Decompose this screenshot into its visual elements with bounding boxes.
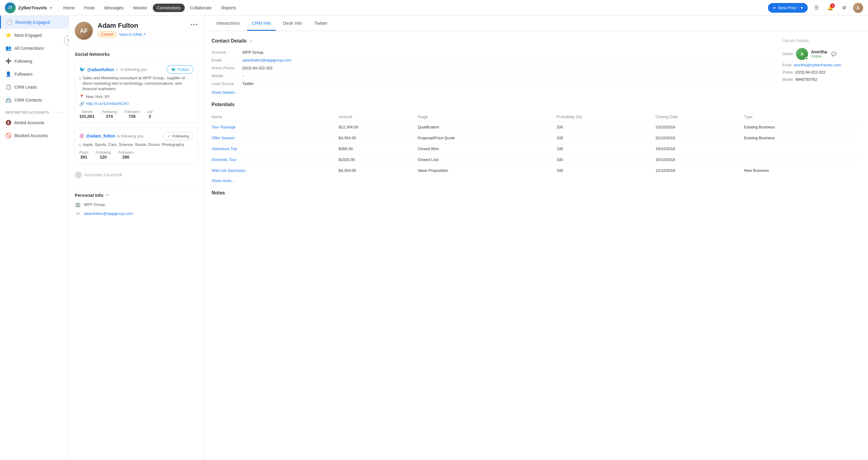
restricted-accounts-section-label: RESTRICTED ACCOUNTS	[0, 106, 68, 116]
menu-icon-button[interactable]: ☰	[811, 3, 822, 13]
potential-cell: Proposal/Price Quote	[418, 133, 557, 144]
view-in-crm-link[interactable]: View in CRM ↗	[119, 32, 146, 37]
new-post-button[interactable]: ✏ New Post ▾	[768, 3, 808, 13]
stat-label: Followers	[118, 150, 133, 155]
tab-twitter[interactable]: Twitter	[309, 16, 332, 31]
nav-link-connections[interactable]: Connections	[153, 4, 185, 12]
potential-cell: 100	[557, 165, 655, 176]
potential-name[interactable]: Tour Package	[212, 122, 339, 133]
profile-info: Adam Fulton Contact View in CRM ↗	[98, 22, 186, 37]
stat-value: 726	[124, 114, 140, 119]
new-post-caret-icon[interactable]: ▾	[798, 5, 803, 10]
sidebar-item-followers[interactable]: 👤 Followers	[0, 67, 68, 81]
instagram-handle[interactable]: @adam_fulton	[86, 133, 115, 139]
owner-mobile-row: Mobile 9940793762	[782, 77, 861, 82]
crm-contacts-icon: 📇	[5, 97, 11, 103]
owner-email-label: Email	[782, 63, 792, 67]
owner-mobile-value: 9940793762	[795, 77, 817, 82]
twitter-follow-button[interactable]: 🐦 Follow	[167, 65, 193, 73]
tab-interactions[interactable]: Interactions	[212, 16, 245, 31]
nav-link-messages[interactable]: Messages	[100, 4, 128, 12]
col-header-stage: Stage	[418, 112, 557, 122]
profile-tags: Contact View in CRM ↗	[98, 31, 186, 37]
contact-field-home-phone: Home Phone(023) 84-322-322	[212, 64, 775, 72]
sidebar-item-blocked-accounts[interactable]: 🚫 Blocked Accounts	[0, 129, 68, 142]
social-networks-title: Social Networks	[75, 52, 198, 57]
stat-label: Posts	[79, 150, 88, 155]
potentials-table-body: Tour Package$12,354.00Qualification10023…	[212, 122, 861, 176]
show-details-link[interactable]: Show Details...	[212, 90, 238, 95]
contact-tag: Contact	[98, 31, 117, 37]
potential-cell: 100	[557, 122, 655, 133]
contact-field-account: AccountWPP Group.	[212, 49, 775, 56]
muted-accounts-icon: 🔇	[5, 120, 11, 125]
sidebar-item-crm-contacts[interactable]: 📇 CRM Contacts	[0, 93, 68, 106]
owner-email-value[interactable]: amritha@zylkertravels.com	[794, 63, 841, 67]
potential-name[interactable]: Adventure Trip	[212, 144, 339, 154]
associate-facebook-button[interactable]: f Associate Facebook	[75, 168, 198, 181]
field-value: (023) 84-322-322	[242, 66, 273, 70]
potential-cell	[744, 154, 861, 165]
edit-personal-info-icon[interactable]: ✏	[106, 193, 110, 197]
field-value: WPP Group.	[242, 50, 264, 55]
notifications-button[interactable]: 🔔 2	[825, 3, 835, 13]
potential-name[interactable]: Offer Season	[212, 133, 339, 144]
crm-leads-label: CRM Leads	[14, 85, 37, 90]
sidebar-item-most-engaged[interactable]: ⭐ Most Engaged	[0, 29, 68, 41]
sidebar-item-recently-engaged[interactable]: 🕐 Recently Engaged	[0, 16, 68, 29]
facebook-icon: f	[75, 171, 82, 179]
company-value: WPP Group.	[84, 202, 106, 207]
sidebar-item-all-connections[interactable]: 👥 All Connections	[0, 41, 68, 55]
show-more-potentials-link[interactable]: Show more...	[212, 179, 235, 183]
brand-logo-area[interactable]: ZT ZylkerTravels ▾	[5, 2, 52, 13]
external-link-icon: ↗	[143, 32, 146, 37]
tab-crm-info[interactable]: CRM Info	[247, 16, 276, 31]
user-avatar-button[interactable]: A	[853, 3, 863, 13]
nav-link-collaborate[interactable]: Collaborate	[186, 4, 216, 12]
potential-name[interactable]: Domestic Tour	[212, 154, 339, 165]
potentials-table-head: NameAmountStageProbability (%)Closing Da…	[212, 112, 861, 122]
nav-link-home[interactable]: Home	[59, 4, 79, 12]
link-icon: 🔗	[79, 101, 84, 106]
owner-details-title: Owner Details	[782, 38, 861, 43]
owner-phone-label: Phone	[782, 70, 793, 74]
online-status-dot	[805, 57, 808, 60]
potential-name[interactable]: Wild Life Sanctuary	[212, 165, 339, 176]
most-engaged-icon: ⭐	[5, 32, 11, 38]
stat-value: 391	[79, 155, 88, 159]
contact-details-ext-link-icon[interactable]: ↗	[249, 38, 253, 43]
twitter-profile-link[interactable]: http://t.co/1Gm8aVACKn	[86, 101, 129, 106]
muted-accounts-label: Muted Accounts	[14, 120, 44, 125]
notes-title: Notes	[212, 190, 861, 196]
potential-cell: Qualification	[418, 122, 557, 133]
owner-mobile-label: Mobile	[782, 78, 793, 82]
nav-link-posts[interactable]: Posts	[80, 4, 99, 12]
potential-cell: 16/10/2018	[655, 154, 744, 165]
owner-name-status: Amritha Online	[811, 50, 827, 59]
sidebar-item-muted-accounts[interactable]: 🔇 Muted Accounts	[0, 116, 68, 129]
sidebar-item-following[interactable]: ➕ Following	[0, 55, 68, 67]
potential-cell: New Business	[744, 165, 861, 176]
profile-avatar: AF	[75, 22, 93, 40]
twitter-bio-text: Sales and Marketing consultant at WPP Gr…	[83, 75, 193, 92]
settings-button[interactable]: ⚙	[839, 3, 849, 13]
owner-phone-value: (023) 84-322-322	[795, 70, 825, 74]
field-value[interactable]: adamfulton@wppgroup.com	[242, 58, 291, 62]
owner-chat-icon: 💬	[831, 52, 836, 56]
instagram-following-button[interactable]: ✓ Following	[163, 132, 193, 140]
profile-more-button[interactable]: •••	[190, 22, 198, 28]
recently-engaged-label: Recently Engaged	[16, 20, 50, 25]
nav-link-monitor[interactable]: Monitor	[129, 4, 152, 12]
sidebar-item-crm-leads[interactable]: 📋 CRM Leads	[0, 81, 68, 93]
instagram-handle-row: @ @adam_fulton is following you ✓ Follow…	[79, 132, 193, 140]
tab-desk-info[interactable]: Desk Info	[278, 16, 307, 31]
twitter-handle[interactable]: @adamfulton	[87, 67, 114, 72]
all-connections-label: All Connections	[14, 46, 44, 51]
email-value[interactable]: adamfulton@wppgroup.com	[84, 211, 133, 216]
nav-link-reports[interactable]: Reports	[217, 4, 240, 12]
notification-badge: 2	[830, 3, 835, 8]
instagram-stats: Posts 391Following 120Followers 286	[79, 150, 193, 159]
potential-cell: 100	[557, 154, 655, 165]
info-icon-2: ℹ	[79, 143, 81, 148]
potential-row: Domestic Tour$1020.00Closed Lost10016/10…	[212, 154, 861, 165]
